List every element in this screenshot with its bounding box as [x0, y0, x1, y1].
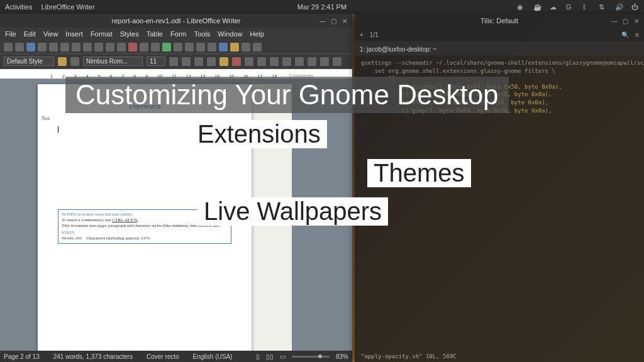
page-break-icon[interactable]: [219, 43, 228, 52]
menu-edit[interactable]: Edit: [24, 30, 36, 38]
tilix-minimize-button[interactable]: —: [611, 18, 618, 24]
menu-form[interactable]: Form: [170, 30, 187, 38]
margin-label: Test: [42, 116, 50, 121]
bullets-icon[interactable]: [295, 57, 304, 66]
overlay-extensions: Extensions: [191, 120, 327, 148]
cloud-icon[interactable]: ☁: [550, 3, 557, 11]
paste-icon[interactable]: [83, 43, 92, 52]
view-multi-icon[interactable]: ▯▯: [266, 353, 274, 360]
new-style-icon[interactable]: [70, 57, 79, 66]
menu-help[interactable]: Help: [250, 30, 264, 38]
menu-table[interactable]: Table: [147, 30, 163, 38]
indent-inc-icon[interactable]: [333, 57, 341, 66]
gnome-topbar: Activities LibreOffice Writer Mar 29 2:4…: [0, 0, 644, 14]
para-style-select[interactable]: Default Style: [4, 57, 54, 66]
indent-dec-icon[interactable]: [320, 57, 329, 66]
font-size-select[interactable]: 11: [147, 57, 165, 66]
lo-menubar: File Edit View Insert Format Styles Tabl…: [0, 28, 352, 40]
open-icon[interactable]: [15, 43, 24, 52]
maximize-button[interactable]: ▢: [331, 18, 337, 24]
bold-icon[interactable]: [169, 57, 178, 66]
lo-toolbar-formatting: Default Style Nimbus Rom... 11: [0, 54, 352, 69]
print-icon[interactable]: [49, 43, 58, 52]
tilix-tab[interactable]: 1: jacob@tuxfoo-desktop: ~: [360, 46, 436, 53]
footer-icon[interactable]: [208, 43, 216, 52]
menu-styles[interactable]: Styles: [120, 30, 139, 38]
header-icon[interactable]: [196, 43, 205, 52]
view-single-icon[interactable]: ▯: [256, 353, 260, 360]
volume-icon[interactable]: 🔊: [615, 3, 623, 11]
power-icon[interactable]: ⏻: [631, 3, 639, 11]
status-page-style[interactable]: Cover recto: [147, 353, 179, 360]
status-language[interactable]: English (USA): [193, 353, 233, 360]
coffee-icon[interactable]: ☕: [533, 3, 541, 11]
save-icon[interactable]: [26, 43, 35, 52]
pdf-icon[interactable]: [38, 43, 47, 52]
font-color-icon[interactable]: [232, 57, 241, 66]
text-cursor: [58, 126, 58, 133]
tilix-add-icon[interactable]: +: [360, 31, 364, 38]
underline-icon[interactable]: [194, 57, 203, 66]
comment-icon[interactable]: [185, 43, 194, 52]
find-icon[interactable]: [117, 43, 126, 52]
bluetooth-icon[interactable]: ᛒ: [582, 3, 590, 11]
menu-insert[interactable]: Insert: [65, 30, 83, 38]
tilix-window: Tilix: Default — ▢ ✕ + 1/1 🔍 ≡ 1: jacob@…: [355, 14, 644, 362]
overlay-title: Customizing Your Gnome Desktop: [65, 77, 509, 113]
align-center-icon[interactable]: [257, 57, 266, 66]
menu-file[interactable]: File: [5, 30, 16, 38]
topbar-clock[interactable]: Mar 29 2:41 PM: [297, 3, 347, 11]
chart-icon[interactable]: [162, 43, 171, 52]
tilix-close-button[interactable]: ✕: [634, 18, 640, 24]
libreoffice-window: report-aoo-en-rev1.odt - LibreOffice Wri…: [0, 14, 352, 362]
sync-icon[interactable]: G: [566, 3, 574, 11]
vim-statusline: "apply-opacity.sh" 10L, 569C: [361, 353, 457, 359]
overlay-themes: Themes: [367, 159, 471, 187]
align-right-icon[interactable]: [270, 57, 279, 66]
menu-format[interactable]: Format: [91, 30, 113, 38]
zoom-percent[interactable]: 83%: [336, 353, 348, 360]
menu-window[interactable]: Window: [218, 30, 242, 38]
steam-icon[interactable]: ◉: [517, 3, 525, 11]
status-wordcount[interactable]: 241 words, 1,373 characters: [53, 353, 133, 360]
topbar-app-label[interactable]: LibreOffice Writer: [41, 3, 94, 11]
special-char-icon[interactable]: [242, 43, 250, 52]
tilix-titlebar[interactable]: Tilix: Default — ▢ ✕: [355, 14, 644, 28]
draw-icon[interactable]: [253, 43, 262, 52]
tilix-nav[interactable]: 1/1: [370, 31, 379, 38]
numbering-icon[interactable]: [308, 57, 316, 66]
zoom-slider[interactable]: [292, 356, 330, 358]
tilix-search-icon[interactable]: 🔍: [621, 31, 629, 38]
hyperlink-icon[interactable]: [174, 43, 182, 52]
align-left-icon[interactable]: [245, 57, 253, 66]
copy-icon[interactable]: [72, 43, 80, 52]
align-justify-icon[interactable]: [282, 57, 291, 66]
field-icon[interactable]: [230, 43, 239, 52]
italic-icon[interactable]: [182, 57, 191, 66]
minimize-button[interactable]: —: [319, 18, 326, 24]
lo-titlebar[interactable]: report-aoo-en-rev1.odt - LibreOffice Wri…: [0, 14, 352, 28]
status-page[interactable]: Page 2 of 13: [4, 353, 40, 360]
tilix-toolbar: + 1/1 🔍 ≡: [355, 28, 644, 41]
redo-icon[interactable]: [106, 43, 114, 52]
tilix-maximize-button[interactable]: ▢: [623, 18, 629, 24]
tilix-menu-icon[interactable]: ≡: [635, 31, 639, 38]
undo-icon[interactable]: [94, 43, 103, 52]
close-button[interactable]: ✕: [342, 18, 348, 24]
menu-tools[interactable]: Tools: [194, 30, 211, 38]
stats-title: STATS: [62, 230, 228, 236]
network-icon[interactable]: ⇅: [599, 3, 606, 11]
activities-button[interactable]: Activities: [5, 3, 32, 11]
image-icon[interactable]: [151, 43, 160, 52]
table-icon[interactable]: [140, 43, 148, 52]
cut-icon[interactable]: [60, 43, 69, 52]
font-name-select[interactable]: Nimbus Rom...: [83, 57, 143, 66]
spellcheck-icon[interactable]: [128, 43, 137, 52]
view-book-icon[interactable]: ▭: [280, 353, 286, 360]
overlay-wallpapers: Live Wallpapers: [197, 197, 388, 226]
highlight-icon[interactable]: [219, 57, 228, 66]
update-style-icon[interactable]: [58, 57, 67, 66]
strike-icon[interactable]: [207, 57, 216, 66]
new-icon[interactable]: [4, 43, 13, 52]
menu-view[interactable]: View: [43, 30, 58, 38]
